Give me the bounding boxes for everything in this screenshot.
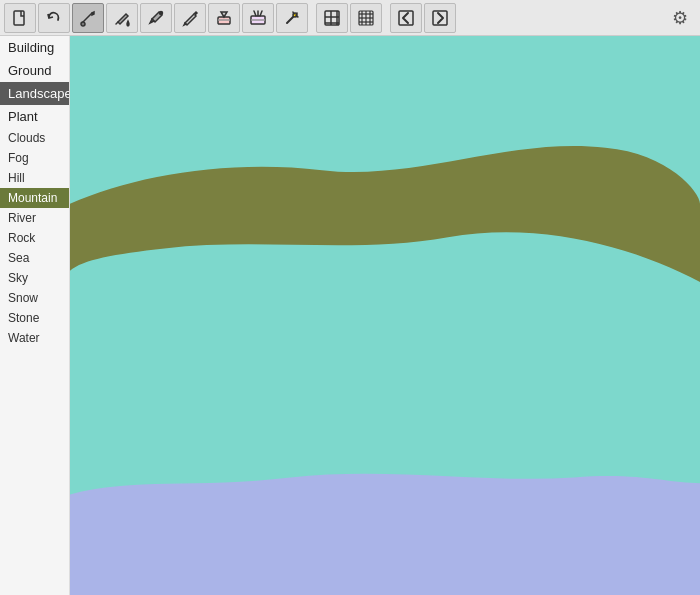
svg-rect-0: [14, 11, 24, 25]
svg-point-1: [81, 22, 85, 26]
svg-rect-15: [433, 11, 447, 25]
toolbar: ⚙: [0, 0, 700, 36]
sidebar-item-landscape[interactable]: Landscape: [0, 82, 69, 105]
sidebar-item-fog[interactable]: Fog: [0, 148, 69, 168]
sidebar-item-ground[interactable]: Ground: [0, 59, 69, 82]
settings-button[interactable]: ⚙: [664, 3, 696, 33]
svg-rect-14: [399, 11, 413, 25]
sidebar-item-hill[interactable]: Hill: [0, 168, 69, 188]
canvas-area[interactable]: [70, 36, 700, 595]
new-button[interactable]: [4, 3, 36, 33]
sidebar-item-water[interactable]: Water: [0, 328, 69, 348]
pencil-button[interactable]: [174, 3, 206, 33]
sidebar-item-sky[interactable]: Sky: [0, 268, 69, 288]
texture-button[interactable]: [350, 3, 382, 33]
sidebar: Building Ground Landscape Plant Clouds F…: [0, 36, 70, 595]
fill-button[interactable]: [106, 3, 138, 33]
eyedropper-button[interactable]: [140, 3, 172, 33]
sidebar-item-sea[interactable]: Sea: [0, 248, 69, 268]
sidebar-item-snow[interactable]: Snow: [0, 288, 69, 308]
prev-button[interactable]: [390, 3, 422, 33]
svg-point-2: [160, 11, 163, 14]
sidebar-item-river[interactable]: River: [0, 208, 69, 228]
sidebar-item-mountain[interactable]: Mountain: [0, 188, 69, 208]
sidebar-item-stone[interactable]: Stone: [0, 308, 69, 328]
main-area: Building Ground Landscape Plant Clouds F…: [0, 36, 700, 595]
wand-button[interactable]: [276, 3, 308, 33]
magic-eraser-button[interactable]: [242, 3, 274, 33]
next-button[interactable]: [424, 3, 456, 33]
eraser-button[interactable]: [208, 3, 240, 33]
sidebar-item-rock[interactable]: Rock: [0, 228, 69, 248]
sidebar-item-building[interactable]: Building: [0, 36, 69, 59]
undo-button[interactable]: [38, 3, 70, 33]
brush-button[interactable]: [72, 3, 104, 33]
grid-button[interactable]: [316, 3, 348, 33]
scene-canvas[interactable]: [70, 36, 700, 595]
sidebar-item-clouds[interactable]: Clouds: [0, 128, 69, 148]
sidebar-item-plant[interactable]: Plant: [0, 105, 69, 128]
